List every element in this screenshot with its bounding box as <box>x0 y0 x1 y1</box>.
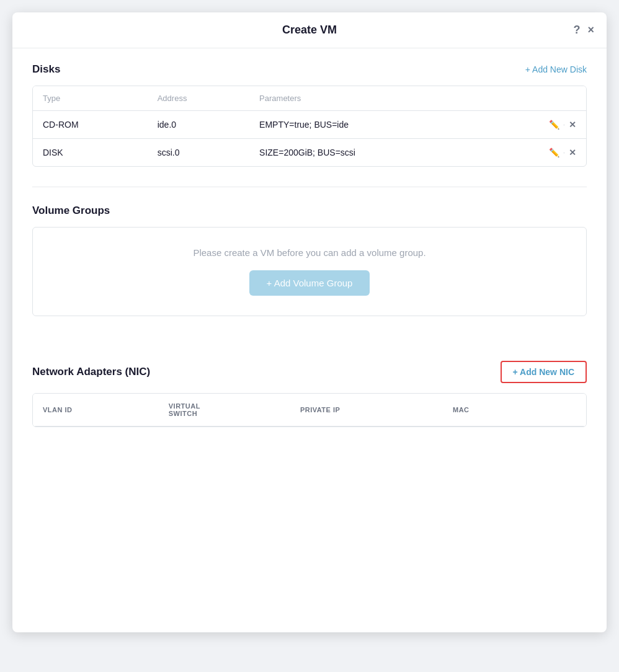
disk-row-address: scsi.0 <box>148 139 249 167</box>
spacer <box>32 336 587 361</box>
disk-row-type: CD-ROM <box>33 111 148 139</box>
nic-col-vlan-id: VLAN ID <box>33 394 159 427</box>
modal-header: Create VM ? × <box>12 12 607 48</box>
modal-body: Disks + Add New Disk Type Address Parame… <box>12 48 607 442</box>
disk-row-actions: ✏️ · ✕ <box>489 139 587 167</box>
disks-table-container: Type Address Parameters CD-ROM ide.0 EMP… <box>32 86 587 167</box>
disk-row-type: DISK <box>33 139 148 167</box>
disks-col-parameters: Parameters <box>249 86 488 111</box>
virtual-switch-label: VIRTUALSWITCH <box>169 402 200 417</box>
disks-title: Disks <box>32 63 60 76</box>
action-separator: · <box>563 120 565 129</box>
network-adapters-section-header: Network Adapters (NIC) + Add New NIC <box>32 361 587 383</box>
close-icon[interactable]: × <box>587 24 594 37</box>
disks-col-actions <box>489 86 587 111</box>
nic-table-container: VLAN ID VIRTUALSWITCH PRIVATE IP MAC <box>32 393 587 427</box>
delete-icon[interactable]: ✕ <box>569 148 576 157</box>
table-row: DISK scsi.0 SIZE=200GiB; BUS=scsi ✏️ · ✕ <box>33 139 586 167</box>
create-vm-modal: Create VM ? × Disks + Add New Disk Type … <box>12 12 607 632</box>
disks-section-header: Disks + Add New Disk <box>32 63 587 76</box>
nic-table: VLAN ID VIRTUALSWITCH PRIVATE IP MAC <box>33 394 586 427</box>
disk-row-actions: ✏️ · ✕ <box>489 111 587 139</box>
nic-col-private-ip: PRIVATE IP <box>290 394 443 427</box>
add-new-disk-link[interactable]: + Add New Disk <box>525 64 587 74</box>
add-volume-group-label: + Add Volume Group <box>267 278 353 288</box>
add-volume-group-button[interactable]: + Add Volume Group <box>249 270 370 296</box>
nic-col-mac: MAC <box>443 394 535 427</box>
edit-icon[interactable]: ✏️ <box>549 148 559 157</box>
section-divider <box>32 187 587 187</box>
volume-groups-empty-message: Please create a VM before you can add a … <box>193 247 425 258</box>
disks-col-address: Address <box>148 86 249 111</box>
help-icon[interactable]: ? <box>573 24 580 37</box>
volume-groups-title: Volume Groups <box>32 205 110 217</box>
disk-row-parameters: EMPTY=true; BUS=ide <box>249 111 488 139</box>
disks-col-type: Type <box>33 86 148 111</box>
action-separator: · <box>563 148 565 157</box>
edit-icon[interactable]: ✏️ <box>549 120 559 130</box>
volume-groups-section-header: Volume Groups <box>32 205 587 217</box>
nic-col-spacer <box>535 394 586 427</box>
add-new-nic-button[interactable]: + Add New NIC <box>501 361 587 383</box>
volume-groups-box: Please create a VM before you can add a … <box>32 227 587 316</box>
delete-icon[interactable]: ✕ <box>569 120 576 130</box>
disk-row-parameters: SIZE=200GiB; BUS=scsi <box>249 139 488 167</box>
modal-title: Create VM <box>282 24 337 37</box>
add-new-nic-label: + Add New NIC <box>513 367 574 377</box>
modal-header-actions: ? × <box>573 24 594 37</box>
table-row: CD-ROM ide.0 EMPTY=true; BUS=ide ✏️ · ✕ <box>33 111 586 139</box>
nic-col-virtual-switch: VIRTUALSWITCH <box>159 394 290 427</box>
disks-table: Type Address Parameters CD-ROM ide.0 EMP… <box>33 86 586 166</box>
network-adapters-title: Network Adapters (NIC) <box>32 366 150 378</box>
disk-row-address: ide.0 <box>148 111 249 139</box>
